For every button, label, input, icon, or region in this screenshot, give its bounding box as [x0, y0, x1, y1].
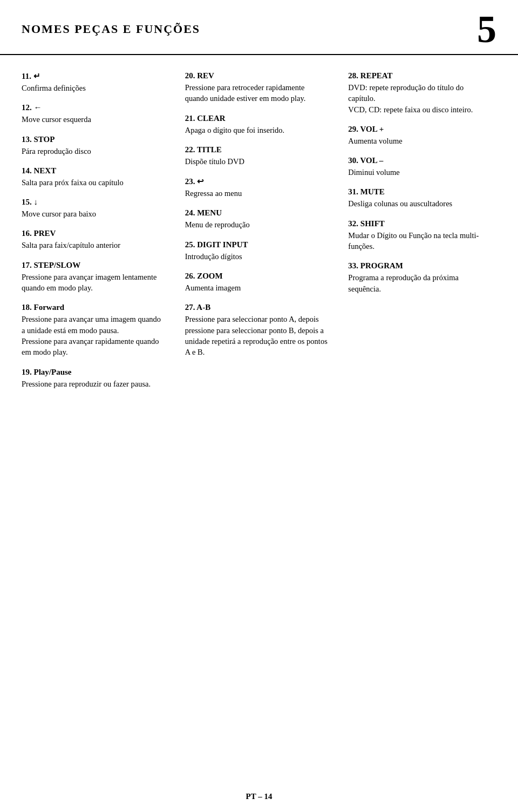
item-body: Pára reprodução disco: [22, 146, 166, 157]
item-heading: 14. NEXT: [22, 166, 166, 175]
content-area: 11. ↵Confirma definições12. ←Move cursor…: [0, 55, 518, 415]
list-item: 27. A-BPressione para seleccionar ponto …: [185, 303, 329, 357]
list-item: 18. ForwardPressione para avançar uma im…: [22, 303, 166, 357]
item-body: Move cursor para baixo: [22, 208, 166, 219]
list-item: 15. ↓Move cursor para baixo: [22, 198, 166, 219]
list-item: 13. STOPPára reprodução disco: [22, 135, 166, 157]
item-body: Move cursor esquerda: [22, 114, 166, 125]
list-item: 30. VOL –Diminui volume: [348, 156, 492, 178]
item-heading: 17. STEP/SLOW: [22, 261, 166, 270]
list-item: 26. ZOOMAumenta imagem: [185, 272, 329, 293]
item-body: Pressione para avançar uma imagem quando…: [22, 314, 166, 357]
list-item: 23. ↩Regressa ao menu: [185, 177, 329, 199]
item-body: Salta para faix/capítulo anterior: [22, 240, 166, 251]
list-item: 28. REPEATDVD: repete reprodução do títu…: [348, 71, 492, 115]
item-body: Mudar o Dígito ou Função na tecla multi-…: [348, 230, 492, 252]
item-heading: 33. PROGRAM: [348, 261, 492, 270]
item-heading: 13. STOP: [22, 135, 166, 144]
item-body: Pressione para reproduzir ou fazer pausa…: [22, 378, 166, 389]
column-2: 20. REVPressione para retroceder rapidam…: [175, 71, 339, 399]
item-body: Introdução dígitos: [185, 251, 329, 262]
item-body: Regressa ao menu: [185, 188, 329, 199]
item-heading: 30. VOL –: [348, 156, 492, 165]
item-heading: 12. ←: [22, 103, 166, 112]
item-heading: 19. Play/Pause: [22, 368, 166, 377]
item-body: Desliga colunas ou auscultadores: [348, 198, 492, 209]
list-item: 24. MENUMenu de reprodução: [185, 208, 329, 230]
list-item: 25. DIGIT INPUTIntrodução dígitos: [185, 240, 329, 262]
item-body: Confirma definições: [22, 83, 166, 93]
item-heading: 11. ↵: [22, 71, 166, 81]
list-item: 11. ↵Confirma definições: [22, 71, 166, 93]
item-heading: 32. SHIFT: [348, 219, 492, 228]
list-item: 21. CLEARApaga o dígito que foi inserido…: [185, 114, 329, 136]
item-body: Menu de reprodução: [185, 219, 329, 230]
item-heading: 23. ↩: [185, 177, 329, 186]
item-heading: 18. Forward: [22, 303, 166, 312]
item-body: Pressione para retroceder rapidamente qu…: [185, 82, 329, 104]
item-body: Pressione para seleccionar ponto A, depo…: [185, 314, 329, 357]
item-body: Dispõe título DVD: [185, 156, 329, 167]
item-heading: 16. PREV: [22, 229, 166, 238]
page-header: NOMES PEÇAS E FUNÇÕES 5: [0, 0, 518, 55]
page-footer: PT – 14: [0, 792, 518, 801]
item-heading: 25. DIGIT INPUT: [185, 240, 329, 249]
item-heading: 21. CLEAR: [185, 114, 329, 123]
page: NOMES PEÇAS E FUNÇÕES 5 11. ↵Confirma de…: [0, 0, 518, 812]
list-item: 14. NEXTSalta para próx faixa ou capítul…: [22, 166, 166, 188]
item-heading: 22. TITLE: [185, 145, 329, 154]
item-body: Pressione para avançar imagem lentamente…: [22, 272, 166, 294]
item-heading: 20. REV: [185, 71, 329, 80]
item-body: Aumenta imagem: [185, 282, 329, 293]
item-body: Programa a reprodução da próxima sequênc…: [348, 272, 492, 294]
item-heading: 27. A-B: [185, 303, 329, 312]
list-item: 12. ←Move cursor esquerda: [22, 103, 166, 125]
list-item: 29. VOL +Aumenta volume: [348, 125, 492, 146]
item-heading: 29. VOL +: [348, 125, 492, 134]
item-heading: 31. MUTE: [348, 187, 492, 197]
item-body: DVD: repete reprodução do título do capí…: [348, 82, 492, 115]
item-body: Salta para próx faixa ou capítulo: [22, 177, 166, 188]
item-heading: 26. ZOOM: [185, 272, 329, 281]
page-title: NOMES PEÇAS E FUNÇÕES: [22, 22, 200, 36]
list-item: 16. PREVSalta para faix/capítulo anterio…: [22, 229, 166, 251]
column-3: 28. REPEATDVD: repete reprodução do títu…: [338, 71, 502, 399]
list-item: 31. MUTEDesliga colunas ou auscultadores: [348, 187, 492, 209]
page-number-large: 5: [477, 10, 496, 49]
item-body: Diminui volume: [348, 167, 492, 178]
column-1: 11. ↵Confirma definições12. ←Move cursor…: [16, 71, 175, 399]
footer-label: PT – 14: [246, 792, 272, 801]
item-body: Apaga o dígito que foi inserido.: [185, 125, 329, 136]
list-item: 22. TITLEDispõe título DVD: [185, 145, 329, 167]
item-heading: 24. MENU: [185, 208, 329, 218]
item-body: Aumenta volume: [348, 136, 492, 146]
list-item: 20. REVPressione para retroceder rapidam…: [185, 71, 329, 104]
list-item: 17. STEP/SLOWPressione para avançar imag…: [22, 261, 166, 294]
item-heading: 28. REPEAT: [348, 71, 492, 80]
list-item: 32. SHIFTMudar o Dígito ou Função na tec…: [348, 219, 492, 252]
list-item: 33. PROGRAMPrograma a reprodução da próx…: [348, 261, 492, 294]
list-item: 19. Play/PausePressione para reproduzir …: [22, 368, 166, 389]
item-heading: 15. ↓: [22, 198, 166, 207]
